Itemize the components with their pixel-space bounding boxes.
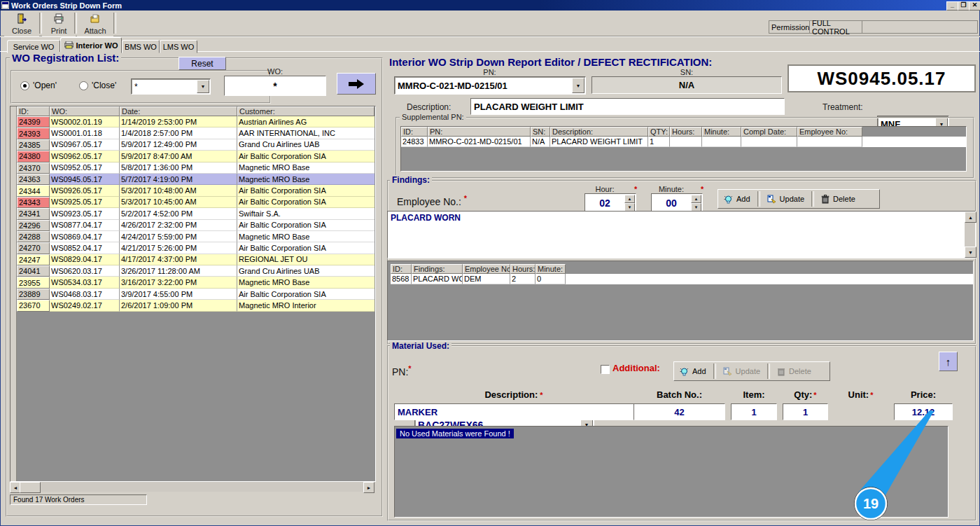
tab-lms-wo[interactable]: LMS WO [160,40,197,53]
wo-number-cell[interactable]: WS0952.05.17 [50,162,120,174]
table-row[interactable]: 24385 WS0967.05.17 5/9/2017 12:49:00 PM … [17,139,374,151]
wo-id-cell[interactable]: 24370 [17,162,50,174]
wo-number-cell[interactable]: WS0534.03.17 [50,277,120,288]
wo-date-cell[interactable]: 2/6/2017 1:09:00 PM [120,300,237,311]
wo-customer-cell[interactable]: AAR INTERNATIONAL, INC [237,127,374,139]
wo-customer-cell[interactable]: Magnetic MRO Interior [237,300,374,311]
table-row[interactable]: 24380 WS0962.05.17 5/9/2017 8:47:00 AM A… [17,151,374,162]
findings-vscrollbar[interactable]: ▲ ▼ [965,212,975,258]
minimize-button[interactable]: _ [946,1,958,11]
wo-id-cell[interactable]: 23889 [17,289,50,300]
hscroll-thumb[interactable] [20,482,41,493]
findings-textarea[interactable]: PLACARD WORN ▲ ▼ [387,211,976,258]
material-update-button[interactable]: Update [718,366,766,378]
wo-date-cell[interactable]: 4/21/2017 5:26:00 PM [120,242,237,254]
wo-customer-cell[interactable]: Swiftair S.A. [237,208,374,219]
wo-number-cell[interactable]: WS0852.04.17 [50,242,120,254]
table-row[interactable]: 23889 WS0468.03.17 3/9/2017 4:55:00 PM A… [17,289,374,300]
wo-id-cell[interactable]: 24288 [17,231,50,242]
wo-customer-cell[interactable]: Austrian Airlines AG [237,116,374,127]
wo-id-cell[interactable]: 24296 [17,220,50,231]
close-window-button[interactable]: ✕ [969,1,980,11]
wo-date-cell[interactable]: 4/17/2017 4:37:00 PM [120,254,237,265]
col-header-wo[interactable]: WO: [50,106,120,116]
wo-date-cell[interactable]: 3/16/2017 3:22:00 PM [120,277,237,288]
table-row[interactable]: 24363 WS0945.05.17 5/7/2017 4:19:00 PM M… [17,174,374,185]
table-row[interactable]: 24344 WS0926.05.17 5/3/2017 10:48:00 AM … [17,185,374,196]
wo-customer-cell[interactable]: Air Baltic Corporation SIA [237,220,374,231]
findings-row[interactable]: 8568 PLACARD WORN DEM 2 0 [391,274,973,284]
restore-button[interactable]: ❐ [958,1,969,11]
wo-id-cell[interactable]: 24393 [17,127,50,139]
wo-number-cell[interactable]: WS0962.05.17 [50,151,120,162]
spin-up-icon[interactable]: ▲ [624,195,635,203]
wo-customer-cell[interactable]: Air Baltic Corporation SIA [237,185,374,196]
table-row[interactable]: 23955 WS0534.03.17 3/16/2017 3:22:00 PM … [17,277,374,288]
spin-up-icon[interactable]: ▲ [691,195,701,203]
chevron-down-icon[interactable]: ▼ [197,80,209,93]
wo-number-cell[interactable]: WS0926.05.17 [50,185,120,196]
wo-number-cell[interactable]: WS0877.04.17 [50,220,120,231]
wo-date-cell[interactable]: 3/26/2017 11:28:00 AM [120,265,237,277]
hour-spinner[interactable]: 02 ▲▼ [584,193,636,213]
wo-number-cell[interactable]: WS0925.05.17 [50,197,120,208]
table-row[interactable]: 24343 WS0925.05.17 5/3/2017 10:45:00 AM … [17,197,374,208]
wo-id-cell[interactable]: 24344 [17,185,50,196]
table-row[interactable]: 24370 WS0952.05.17 5/8/2017 1:36:00 PM M… [17,162,374,174]
table-row[interactable]: 24393 WS0001.01.18 1/4/2018 2:57:00 PM A… [17,127,374,139]
wo-customer-cell[interactable]: Air Baltic Corporation SIA [237,289,374,300]
findings-update-button[interactable]: Update [762,193,810,205]
wo-id-cell[interactable]: 23670 [17,300,50,311]
wo-id-cell[interactable]: 23955 [17,277,50,288]
wo-search-input[interactable]: * [224,76,326,96]
table-row[interactable]: 24296 WS0877.04.17 4/26/2017 2:32:00 PM … [17,220,374,231]
chevron-down-icon[interactable]: ▼ [572,78,584,93]
radio-open[interactable]: 'Open' [20,81,57,90]
wo-number-cell[interactable]: WS0249.02.17 [50,300,120,311]
tab-interior-wo[interactable]: Interior WO [60,37,122,53]
wo-date-cell[interactable]: 1/4/2018 2:57:00 PM [120,127,237,139]
scroll-top-button[interactable]: ↑ [939,352,958,371]
wo-date-cell[interactable]: 1/14/2019 2:53:00 PM [120,116,237,127]
qty-field[interactable]: 1 [783,403,828,420]
wo-date-cell[interactable]: 5/3/2017 10:48:00 AM [120,185,237,196]
table-row[interactable]: 24247 WS0829.04.17 4/17/2017 4:37:00 PM … [17,254,374,265]
print-button[interactable]: Print [42,12,76,36]
wo-id-cell[interactable]: 24343 [17,197,50,208]
wo-id-cell[interactable]: 24363 [17,174,50,185]
table-row[interactable]: 24399 WS0002.01.19 1/14/2019 2:53:00 PM … [17,116,374,127]
col-header-date[interactable]: Date: [120,106,237,116]
col-header-id[interactable]: ID: [17,106,50,116]
table-row[interactable]: 23670 WS0249.02.17 2/6/2017 1:09:00 PM M… [17,300,374,311]
wo-table-hscrollbar[interactable]: ◄ ► [10,482,374,492]
material-add-button[interactable]: Add [674,366,712,378]
item-field[interactable]: 1 [731,403,777,420]
wo-customer-cell[interactable]: Magnetic MRO Base [237,162,374,174]
table-row[interactable]: 24041 WS0620.03.17 3/26/2017 11:28:00 AM… [17,265,374,277]
wo-date-cell[interactable]: 3/9/2017 4:55:00 PM [120,289,237,300]
wo-customer-cell[interactable]: Magnetic MRO Base [237,277,374,288]
wo-customer-cell[interactable]: Grand Cru Airlines UAB [237,139,374,151]
material-delete-button[interactable]: Delete [771,366,817,378]
radio-close[interactable]: 'Close' [79,81,116,90]
wo-date-cell[interactable]: 5/9/2017 12:49:00 PM [120,139,237,151]
wo-filter-dropdown[interactable]: * ▼ [131,78,211,95]
wo-customer-cell[interactable]: REGIONAL JET OU [237,254,374,265]
wo-date-cell[interactable]: 4/24/2017 5:59:00 PM [120,231,237,242]
findings-delete-button[interactable]: Delete [816,193,861,205]
wo-number-cell[interactable]: WS0923.05.17 [50,208,120,219]
wo-id-cell[interactable]: 24247 [17,254,50,265]
wo-customer-cell[interactable]: Air Baltic Corporation SIA [237,242,374,254]
wo-date-cell[interactable]: 5/7/2017 4:19:00 PM [120,174,237,185]
table-row[interactable]: 24341 WS0923.05.17 5/2/2017 4:52:00 PM S… [17,208,374,219]
wo-customer-cell[interactable]: Magnetic MRO Base [237,174,374,185]
reset-button[interactable]: Reset [178,57,226,70]
wo-id-cell[interactable]: 24385 [17,139,50,151]
wo-id-cell[interactable]: 24041 [17,265,50,277]
table-row[interactable]: 24288 WS0869.04.17 4/24/2017 5:59:00 PM … [17,231,374,242]
tab-bms-wo[interactable]: BMS WO [122,40,160,53]
wo-number-cell[interactable]: WS0945.05.17 [50,174,120,185]
findings-add-button[interactable]: Add [718,193,756,205]
wo-date-cell[interactable]: 5/9/2017 8:47:00 AM [120,151,237,162]
price-field[interactable]: 12.12 [894,403,953,420]
